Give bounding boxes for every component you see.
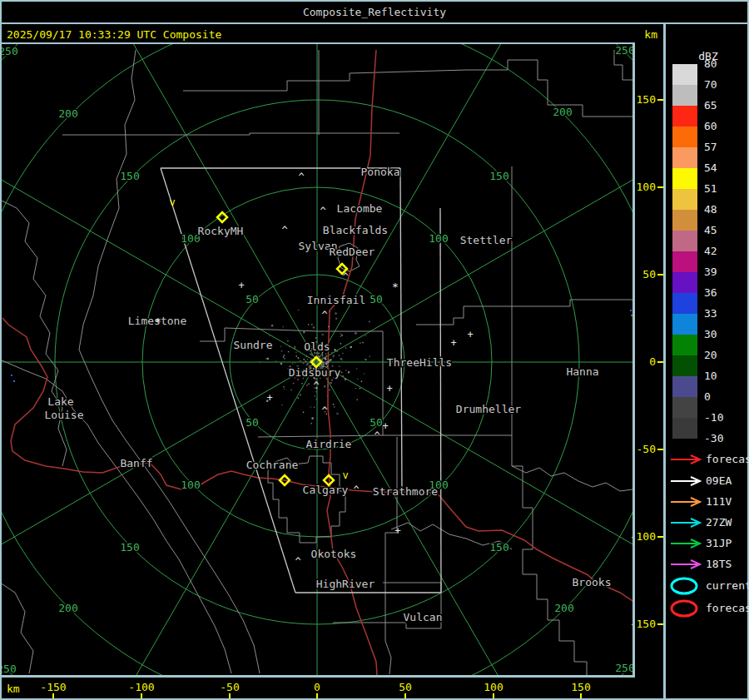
clutter-echo <box>294 347 295 349</box>
city-label: RedDeer <box>330 246 375 258</box>
clutter-echo <box>345 347 346 348</box>
precip-echo <box>297 379 299 380</box>
clutter-echo <box>314 407 315 408</box>
clutter-echo <box>307 363 308 364</box>
track-legend-label: forecast <box>706 602 749 614</box>
city-label: Okotoks <box>311 548 357 560</box>
clutter-echo <box>303 412 304 413</box>
city-label: HighRiver <box>316 578 375 590</box>
track-legend-label: 31JP <box>706 537 732 549</box>
clutter-echo <box>259 361 260 363</box>
clutter-echo <box>362 342 363 343</box>
right-axis-tick-label: -50 <box>637 443 656 455</box>
clutter-echo <box>283 356 284 357</box>
clutter-echo <box>295 352 296 353</box>
frame-border <box>2 42 635 44</box>
clutter-echo <box>293 383 294 384</box>
precip-echo <box>631 315 632 316</box>
clutter-echo <box>310 406 311 407</box>
clutter-echo <box>328 363 329 364</box>
right-axis-tick-label: 0 <box>649 355 656 368</box>
clutter-echo <box>303 331 305 333</box>
clutter-echo <box>343 375 344 376</box>
clutter-echo <box>329 310 330 311</box>
clutter-echo <box>355 332 356 334</box>
window-title: Composite_Reflectivity <box>303 6 446 18</box>
clutter-echo <box>325 355 326 356</box>
right-axis-tick <box>657 623 663 625</box>
dbz-scale-label: 39 <box>704 266 717 278</box>
obstruction-caret-marker: ^ <box>295 556 300 568</box>
clutter-echo <box>345 379 346 380</box>
clutter-echo <box>298 357 299 358</box>
clutter-echo <box>323 364 324 365</box>
clutter-echo <box>335 318 337 320</box>
clutter-echo <box>355 388 356 389</box>
clutter-echo <box>361 381 362 382</box>
dbz-scale-label: 60 <box>704 120 717 132</box>
clutter-echo <box>283 386 284 387</box>
dbz-scale-label: 57 <box>704 141 717 153</box>
range-ring-label: 200 <box>58 107 77 120</box>
clutter-echo <box>284 358 285 359</box>
clutter-echo <box>280 363 282 365</box>
clutter-echo <box>311 417 313 419</box>
track-legend-label: 09EA <box>706 474 732 487</box>
clutter-echo <box>284 355 285 355</box>
city-label: Strathmore <box>373 485 438 498</box>
timestamp-label: 2025/09/17 10:33:29 UTC Composite <box>7 28 221 41</box>
track-legend-label: 111V <box>706 495 732 508</box>
clutter-echo <box>315 361 317 363</box>
plus-marker: + <box>238 280 244 291</box>
plus-marker: + <box>394 525 400 537</box>
dbz-scale-box <box>672 106 697 127</box>
dbz-scale-box <box>672 397 697 418</box>
clutter-echo <box>324 385 325 387</box>
dbz-scale-box <box>672 210 697 231</box>
right-axis-tick <box>657 186 663 188</box>
clutter-echo <box>315 353 315 354</box>
bottom-axis-tick <box>141 693 142 698</box>
clutter-echo <box>314 356 315 357</box>
clutter-echo <box>341 372 342 373</box>
clutter-echo <box>305 360 306 361</box>
city-label: Blackfalds <box>323 224 388 236</box>
range-ring-label: 100 <box>429 232 448 245</box>
city-label: ThreeHills <box>387 356 452 369</box>
bottom-axis-tick <box>404 693 406 698</box>
plus-marker: + <box>266 392 272 404</box>
range-ring-label: 100 <box>181 479 200 491</box>
bottom-axis-tick-label: 50 <box>399 681 412 693</box>
range-ring-label: 150 <box>489 541 508 554</box>
clutter-echo <box>327 395 328 396</box>
clutter-echo <box>341 335 343 336</box>
clutter-echo <box>365 360 366 360</box>
clutter-echo <box>327 362 328 363</box>
track-legend-label: current <box>706 579 749 592</box>
clutter-echo <box>318 356 319 357</box>
dbz-scale-label: -30 <box>704 432 723 444</box>
dbz-scale-label: 36 <box>704 286 717 299</box>
city-label: Hanna <box>566 365 598 378</box>
dbz-scale-box <box>672 147 697 168</box>
dbz-scale-box <box>672 127 697 147</box>
dbz-scale-label: 42 <box>704 245 717 257</box>
city-label: Stettler <box>460 234 513 246</box>
range-ring-label: 150 <box>489 170 508 182</box>
clutter-echo <box>333 355 335 356</box>
clutter-echo <box>335 312 336 314</box>
clutter-echo <box>313 326 315 328</box>
clutter-echo <box>271 325 273 326</box>
obstruction-caret-marker: ^ <box>313 380 319 392</box>
precip-echo <box>11 375 12 376</box>
frame-border <box>0 0 749 2</box>
track-legend-label: forecast <box>706 453 749 465</box>
right-axis-tick <box>657 449 663 450</box>
clutter-echo <box>333 404 334 405</box>
dbz-scale-label: 65 <box>704 99 717 112</box>
precip-echo <box>13 380 15 382</box>
clutter-echo <box>322 357 324 359</box>
clutter-echo <box>292 363 293 364</box>
dbz-scale-label: -10 <box>704 411 723 424</box>
frame-border <box>0 22 749 24</box>
